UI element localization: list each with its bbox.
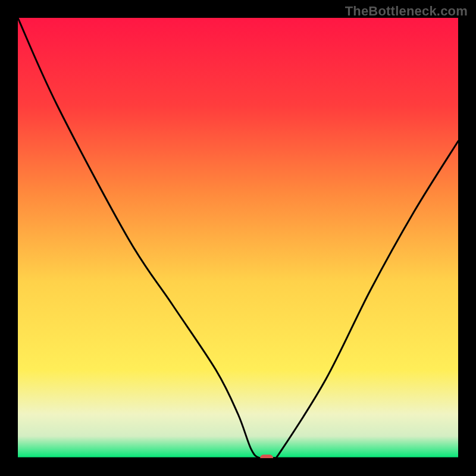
optimum-marker (260, 455, 273, 458)
bottleneck-plot (18, 18, 458, 458)
gradient-background (18, 18, 458, 458)
chart-frame: TheBottleneck.com (0, 0, 476, 476)
watermark-text: TheBottleneck.com (345, 4, 468, 19)
chart-svg (18, 18, 458, 458)
